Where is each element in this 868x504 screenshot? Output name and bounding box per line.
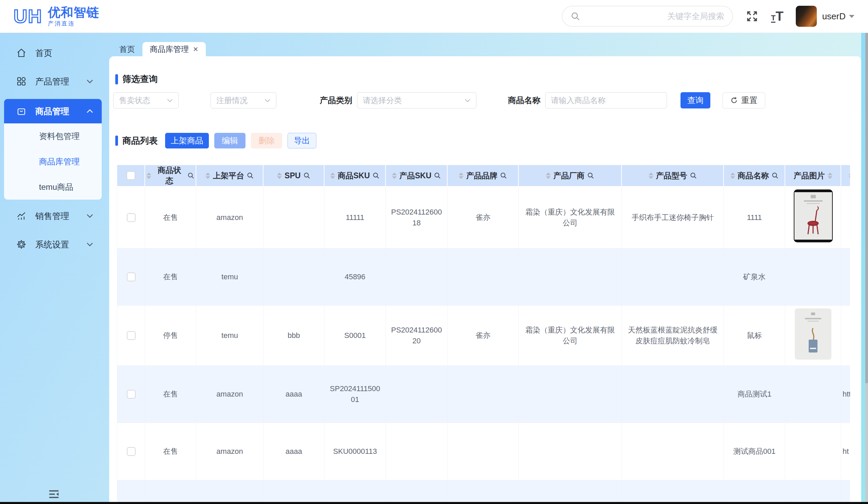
category-label: 产品类别 xyxy=(320,95,352,106)
column-header-model[interactable]: 产品型号 xyxy=(622,165,724,187)
select-all-checkbox[interactable] xyxy=(126,171,135,180)
fullscreen-icon[interactable] xyxy=(746,10,758,22)
tab-close-icon[interactable] xyxy=(193,46,198,52)
sidebar-item-temu-goods[interactable]: temu商品 xyxy=(4,174,102,200)
sort-icon[interactable] xyxy=(649,172,653,179)
table-row: 在售amazonaaaaSKU0000113测试商品001ht xyxy=(117,423,850,480)
delete-button[interactable]: 删除 xyxy=(251,133,282,148)
cell-name: 1111 xyxy=(724,187,785,249)
column-search-icon[interactable] xyxy=(373,172,380,179)
column-header-status[interactable]: 商品状态 xyxy=(145,165,196,187)
sort-icon[interactable] xyxy=(849,172,850,179)
row-checkbox[interactable] xyxy=(127,447,136,456)
column-search-icon[interactable] xyxy=(690,172,697,179)
select-all-header xyxy=(117,165,145,187)
user-avatar[interactable] xyxy=(796,6,817,27)
sort-icon[interactable] xyxy=(730,172,735,179)
column-header-spu[interactable]: SPU xyxy=(264,165,324,187)
cell-platform: amazon xyxy=(196,480,264,502)
sidebar-item-sales-mgmt[interactable]: 销售管理 xyxy=(0,205,106,227)
global-search-input[interactable] xyxy=(580,11,724,21)
cell-name: 矿泉水 xyxy=(724,249,785,306)
cell-image xyxy=(785,423,841,480)
column-header-extra[interactable] xyxy=(841,165,850,187)
username[interactable]: userD xyxy=(822,11,846,22)
global-search[interactable] xyxy=(562,6,733,27)
register-status-select[interactable]: 注册情况 xyxy=(210,92,276,108)
scrollbar-thumb[interactable] xyxy=(865,33,868,384)
tab-home[interactable]: 首页 xyxy=(112,42,142,56)
cell-extra xyxy=(841,187,850,249)
publish-goods-button[interactable]: 上架商品 xyxy=(165,133,209,148)
column-search-icon[interactable] xyxy=(303,172,310,179)
sidebar-item-data-package[interactable]: 资料包管理 xyxy=(4,123,102,149)
cell-brand xyxy=(447,366,519,423)
row-checkbox[interactable] xyxy=(127,331,136,340)
query-button[interactable]: 查询 xyxy=(681,92,710,108)
cell-platform: amazon xyxy=(196,366,264,423)
tab-goods-library[interactable]: 商品库管理 xyxy=(142,42,206,56)
row-checkbox[interactable] xyxy=(127,273,136,281)
chevron-down-icon xyxy=(265,98,271,102)
column-header-name[interactable]: 商品名称 xyxy=(724,165,785,187)
edit-button[interactable]: 编辑 xyxy=(214,133,246,148)
brand-logo[interactable]: UH 优和智链 产消直连 xyxy=(13,6,99,27)
cell-sku: CS000001 xyxy=(324,480,386,502)
row-checkbox[interactable] xyxy=(127,390,136,399)
cell-name: 测试商品B xyxy=(724,480,785,502)
sort-icon[interactable] xyxy=(330,172,335,179)
goods-name-input[interactable] xyxy=(545,92,667,108)
cell-manufacturer xyxy=(519,249,622,306)
sort-icon[interactable] xyxy=(828,172,833,179)
column-search-icon[interactable] xyxy=(247,172,254,179)
reset-button[interactable]: 重置 xyxy=(723,92,765,108)
sidebar-item-home[interactable]: 首页 xyxy=(0,42,106,64)
column-header-sku[interactable]: 商品SKU xyxy=(324,165,386,187)
cell-brand xyxy=(447,423,519,480)
cell-sku: 45896 xyxy=(324,249,386,306)
product-image-chair[interactable] xyxy=(794,189,833,242)
cell-platform: temu xyxy=(196,306,264,366)
font-size-icon[interactable]: TT xyxy=(771,10,784,23)
table-row: 在售temu45896矿泉水 xyxy=(117,249,850,306)
vertical-scrollbar[interactable] xyxy=(865,33,868,502)
cell-platform: amazon xyxy=(196,187,264,249)
user-menu-caret-icon[interactable] xyxy=(849,15,855,18)
column-header-image[interactable]: 产品图片 xyxy=(785,165,841,187)
column-header-brand[interactable]: 产品品牌 xyxy=(447,165,519,187)
column-search-icon[interactable] xyxy=(772,172,778,179)
sort-icon[interactable] xyxy=(459,172,464,179)
sort-icon[interactable] xyxy=(206,172,210,179)
cell-extra xyxy=(841,249,850,306)
sidebar-collapse-icon[interactable] xyxy=(46,487,61,502)
sort-icon[interactable] xyxy=(392,172,397,179)
column-search-icon[interactable] xyxy=(587,172,594,179)
column-header-product_sku[interactable]: 产品SKU xyxy=(386,165,447,187)
sidebar-item-goods-library[interactable]: 商品库管理 xyxy=(4,149,102,174)
sort-icon[interactable] xyxy=(546,172,551,179)
column-header-platform[interactable]: 上架平台 xyxy=(196,165,264,187)
sort-icon[interactable] xyxy=(277,172,282,179)
export-button[interactable]: 导出 xyxy=(288,133,316,148)
cell-checkbox xyxy=(117,187,145,249)
row-checkbox[interactable] xyxy=(127,213,136,222)
category-select[interactable]: 请选择分类 xyxy=(357,92,476,108)
chevron-down-icon xyxy=(86,79,93,83)
sort-icon[interactable] xyxy=(146,172,151,179)
cell-checkbox xyxy=(117,306,145,366)
sidebar-group-goods-mgmt: 商品管理 资料包管理 商品库管理 temu商品 xyxy=(4,99,102,200)
sidebar-item-product-mgmt[interactable]: 产品管理 xyxy=(0,71,106,92)
sidebar-item-goods-mgmt[interactable]: 商品管理 xyxy=(4,99,102,123)
column-search-icon[interactable] xyxy=(500,172,507,179)
cell-spu: bbb xyxy=(264,306,324,366)
table-row: 停售temubbbS0001PS202411260020雀亦霜染（重庆）文化发展… xyxy=(117,306,850,366)
column-search-icon[interactable] xyxy=(434,172,441,179)
column-search-icon[interactable] xyxy=(187,172,194,179)
product-image-soap[interactable] xyxy=(795,308,831,360)
cell-model: 天然板蓝根蓝靛泥抗炎舒缓皮肤痘痘肌防蚊冷制皂 xyxy=(622,306,724,366)
sidebar-item-system-settings[interactable]: 系统设置 xyxy=(0,233,106,255)
sale-status-select[interactable]: 售卖状态 xyxy=(113,92,179,108)
cell-brand xyxy=(447,480,519,502)
cell-platform: amazon xyxy=(196,423,264,480)
column-header-manufacturer[interactable]: 产品厂商 xyxy=(519,165,622,187)
